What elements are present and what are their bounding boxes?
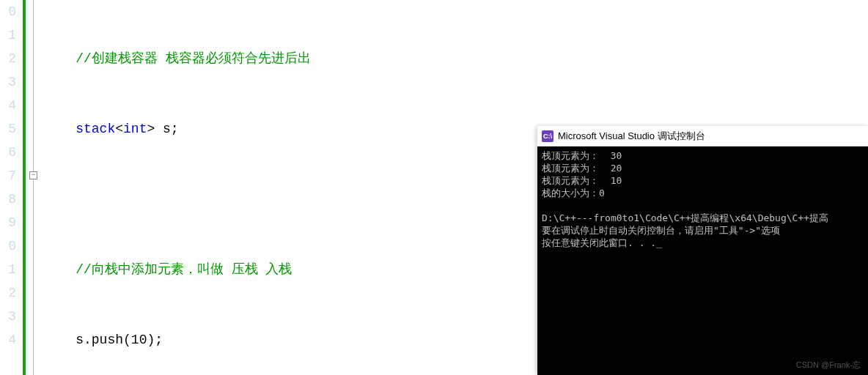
line-number: 3 xyxy=(0,305,21,328)
code-comment: //创建栈容器 栈容器必须符合先进后出 xyxy=(76,51,310,66)
vs-icon: C:\ xyxy=(542,130,553,142)
line-number: 0 xyxy=(0,234,21,258)
code-comment: //向栈中添加元素，叫做 压栈 入栈 xyxy=(76,262,292,277)
fold-toggle-icon[interactable]: − xyxy=(29,171,37,179)
line-number: 1 xyxy=(0,258,21,281)
line-number: 7 xyxy=(0,164,21,188)
change-indicator-bar xyxy=(23,0,26,375)
console-output: 栈顶元素为： 30 栈顶元素为： 20 栈顶元素为： 10 栈的大小为：0 D:… xyxy=(537,146,868,252)
line-number: 2 xyxy=(0,47,21,70)
debug-console-window[interactable]: C:\ Microsoft Visual Studio 调试控制台 栈顶元素为：… xyxy=(537,126,868,375)
line-number: 8 xyxy=(0,188,21,211)
console-title: Microsoft Visual Studio 调试控制台 xyxy=(558,130,705,143)
fold-gutter[interactable]: − xyxy=(28,0,41,375)
line-number-gutter: 0 1 2 3 4 5 6 7 8 9 0 1 2 3 4 xyxy=(0,0,21,375)
line-number: 3 xyxy=(0,70,21,94)
code-text: s.push(10); xyxy=(76,333,163,347)
line-number: 2 xyxy=(0,281,21,305)
line-number: 0 xyxy=(0,0,21,23)
code-keyword: stack xyxy=(76,122,115,136)
line-number: 1 xyxy=(0,23,21,47)
line-number: 6 xyxy=(0,141,21,164)
watermark-text: CSDN @Frank-忘 xyxy=(796,360,861,371)
console-titlebar[interactable]: C:\ Microsoft Visual Studio 调试控制台 xyxy=(537,126,868,146)
line-number: 4 xyxy=(0,328,21,352)
line-number: 9 xyxy=(0,211,21,234)
line-number: 5 xyxy=(0,117,21,141)
line-number: 4 xyxy=(0,94,21,117)
fold-line xyxy=(33,0,34,375)
